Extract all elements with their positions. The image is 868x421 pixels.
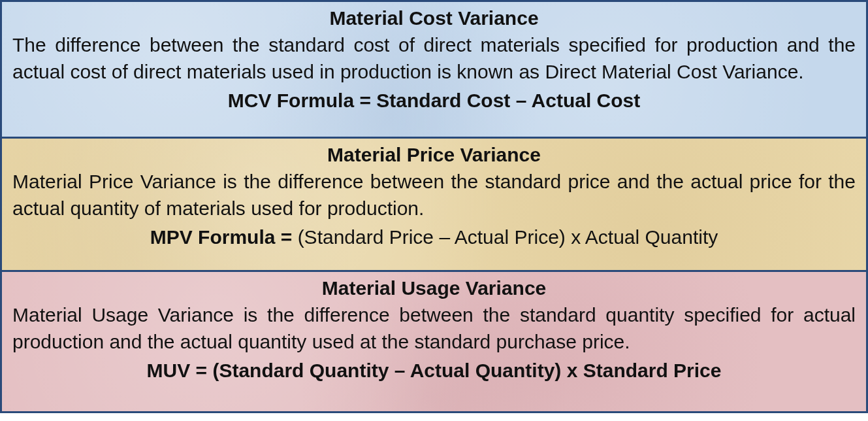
section-mpv: Material Price Variance Material Price V… (2, 137, 866, 270)
section-body: The difference between the standard cost… (12, 32, 856, 85)
section-muv: Material Usage Variance Material Usage V… (2, 270, 866, 411)
formula-label: MUV = (147, 360, 213, 381)
section-mcv: Material Cost Variance The difference be… (2, 2, 866, 137)
variance-table: Material Cost Variance The difference be… (0, 0, 868, 413)
section-formula: MUV = (Standard Quantity – Actual Quanti… (12, 358, 856, 384)
formula-rest: Standard Cost – Actual Cost (376, 90, 640, 111)
section-body: Material Usage Variance is the differenc… (12, 302, 856, 355)
section-title: Material Cost Variance (12, 7, 856, 29)
formula-rest: (Standard Quantity – Actual Quantity) x … (212, 360, 721, 381)
section-formula: MPV Formula = (Standard Price – Actual P… (12, 224, 856, 251)
formula-label: MPV Formula = (150, 226, 298, 248)
section-title: Material Price Variance (12, 144, 856, 166)
section-title: Material Usage Variance (12, 277, 856, 299)
section-body: Material Price Variance is the differenc… (12, 169, 856, 222)
formula-label: MCV Formula = (228, 90, 377, 111)
formula-rest: (Standard Price – Actual Price) x Actual… (298, 226, 718, 248)
section-formula: MCV Formula = Standard Cost – Actual Cos… (12, 88, 856, 114)
